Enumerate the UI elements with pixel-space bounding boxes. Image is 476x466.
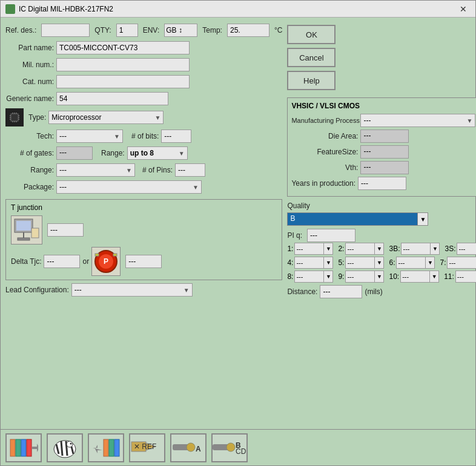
pi-row-3: 8: ▼ 9: ▼ — [287, 271, 476, 283]
pi-label-10: 10: — [389, 272, 399, 281]
svg-text:✕ REF: ✕ REF — [134, 442, 156, 451]
toolbar-btn-2[interactable] — [47, 433, 83, 462]
ref-des-input[interactable] — [41, 24, 90, 37]
ref-arrow-icon: ✕ REF — [130, 435, 164, 459]
pi-input-1[interactable] — [294, 243, 323, 255]
toolbar-btn-5[interactable]: A — [170, 433, 207, 462]
range-label: Range: — [101, 149, 125, 157]
pi-combo-3s: ▼ — [457, 243, 476, 255]
distance-input[interactable] — [320, 285, 362, 298]
pi-arrow-2[interactable]: ▼ — [374, 243, 384, 255]
pins-input[interactable] — [175, 163, 205, 177]
quality-dropdown-arrow[interactable]: ▼ — [417, 212, 428, 226]
range2-pins-row: Range: --- ▼ # of Pins: — [5, 163, 282, 177]
svg-rect-21 — [95, 254, 99, 256]
vth-row: Vth: --- — [291, 161, 476, 174]
pi-input-2[interactable] — [345, 243, 374, 255]
t-junction-content — [11, 215, 277, 244]
toolbar-btn-1[interactable] — [5, 433, 42, 462]
vth-value: --- — [363, 163, 371, 171]
years-input[interactable] — [358, 177, 406, 190]
pi-arrow-4[interactable]: ▼ — [323, 257, 333, 269]
env-value: GB ↕ — [166, 26, 182, 34]
svg-rect-1 — [10, 115, 11, 116]
pi-input-10[interactable] — [400, 271, 429, 283]
delta-img-input[interactable] — [125, 255, 162, 268]
qty-input[interactable] — [116, 24, 138, 37]
pi-q-input[interactable] — [307, 229, 355, 242]
tech-value: --- — [59, 132, 67, 140]
toolbar-btn-4[interactable]: ✕ REF — [129, 433, 165, 462]
mil-num-input[interactable] — [56, 58, 190, 71]
pi-input-3b[interactable] — [401, 243, 430, 255]
close-button[interactable]: ✕ — [456, 3, 471, 15]
cancel-button[interactable]: Cancel — [287, 48, 336, 67]
quality-selected: B — [287, 212, 417, 226]
pi-arrow-9[interactable]: ▼ — [374, 271, 384, 283]
env-dropdown[interactable]: GB ↕ — [164, 24, 197, 37]
delta-tjc-input[interactable] — [44, 255, 80, 268]
svg-rect-17 — [31, 228, 39, 238]
vhsic-title: VHSIC / VLSI CMOS — [291, 102, 476, 110]
package-dropdown[interactable]: --- ▼ — [56, 180, 202, 194]
pi-combo-11: ▼ — [455, 271, 476, 283]
toolbar-icon-3 — [91, 435, 121, 461]
left-panel: Ref. des.: QTY: ENV: GB ↕ Temp: °C Part … — [5, 22, 282, 424]
die-area-value: --- — [363, 131, 371, 140]
pi-arrow-3b[interactable]: ▼ — [430, 243, 440, 255]
tech-dropdown[interactable]: --- ▼ — [56, 130, 123, 143]
t-junction-value1[interactable] — [47, 223, 84, 237]
tech-row: Tech: --- ▼ # of bits: — [5, 129, 282, 143]
pi-arrow-10[interactable]: ▼ — [429, 271, 439, 283]
or-label: or — [82, 257, 89, 266]
svg-rect-5 — [18, 117, 19, 118]
bits-label: # of bits: — [131, 132, 159, 140]
mil-num-row: Mil. num.: — [5, 57, 282, 72]
toolbar-icon-1 — [9, 435, 38, 461]
pi-arrow-8[interactable]: ▼ — [323, 271, 333, 283]
range-dropdown[interactable]: up to 8 ▼ — [127, 146, 188, 160]
pi-item-2: 2: ▼ — [338, 243, 384, 255]
pi-arrow-5[interactable]: ▼ — [374, 257, 384, 269]
pi-input-6[interactable] — [396, 257, 425, 269]
pi-label-1: 1: — [287, 244, 293, 253]
main-window: IC Digital MIL-HDBK-217FN2 ✕ Ref. des.: … — [0, 0, 476, 466]
pi-input-11[interactable] — [455, 271, 476, 283]
pi-input-4[interactable] — [294, 257, 323, 269]
toolbar-btn-6[interactable]: B CD — [211, 433, 248, 462]
help-button[interactable]: Help — [287, 71, 336, 90]
title-bar-left: IC Digital MIL-HDBK-217FN2 — [5, 4, 113, 14]
toolbar-btn-3[interactable] — [88, 433, 124, 462]
svg-rect-24 — [16, 439, 21, 456]
pi-input-7[interactable] — [447, 257, 476, 269]
pi-arrow-6[interactable]: ▼ — [425, 257, 435, 269]
zebra-icon — [50, 435, 79, 459]
distance-row: Distance: (mils) — [287, 285, 476, 298]
svg-rect-23 — [10, 439, 15, 456]
pi-label-3s: 3S: — [445, 244, 455, 253]
mfg-process-dropdown[interactable]: --- ▼ — [360, 114, 475, 127]
pi-input-9[interactable] — [345, 271, 374, 283]
pi-input-5[interactable] — [345, 257, 374, 269]
svg-rect-12 — [16, 121, 17, 122]
pi-item-3s: 3S: ▼ — [445, 243, 476, 255]
cat-num-input[interactable] — [56, 75, 190, 88]
generic-name-input[interactable] — [56, 92, 168, 105]
type-dropdown[interactable]: Microprocessor ▼ — [48, 111, 164, 124]
lead-config-dropdown[interactable]: --- ▼ — [71, 283, 193, 297]
generic-name-label: Generic name: — [5, 94, 54, 103]
gates-display: --- — [56, 146, 93, 160]
pi-input-3s[interactable] — [457, 243, 476, 255]
ok-button[interactable]: OK — [287, 25, 336, 44]
pi-arrow-1[interactable]: ▼ — [323, 243, 333, 255]
svg-rect-16 — [18, 238, 30, 240]
part-name-input[interactable] — [56, 41, 190, 54]
pi-input-8[interactable] — [294, 271, 323, 283]
pi-label-11: 11: — [444, 272, 454, 281]
bits-input[interactable] — [161, 130, 191, 143]
toolbar: ✕ REF A B CD — [1, 429, 475, 465]
years-row: Years in production: — [291, 177, 476, 190]
pi-combo-3b: ▼ — [401, 243, 440, 255]
range2-dropdown[interactable]: --- ▼ — [56, 163, 135, 177]
temp-input[interactable] — [227, 24, 269, 37]
